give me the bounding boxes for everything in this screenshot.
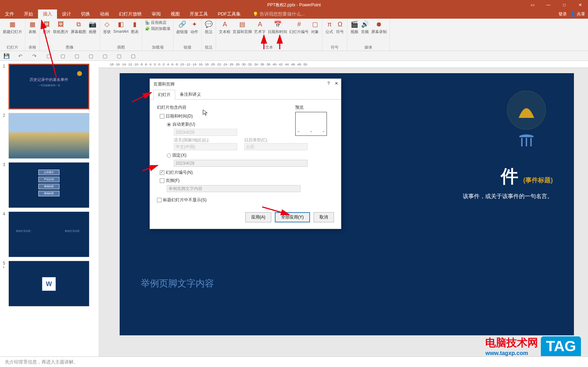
dialog-tab-slide[interactable]: 幻灯片 (153, 90, 175, 100)
object-button[interactable]: ▢对象 (311, 20, 319, 34)
textbox-button[interactable]: A文本框 (219, 20, 230, 34)
close-icon[interactable]: ✕ (572, 0, 588, 10)
ribbon-group-symbols: π公式 Ω符号 符号 (322, 19, 347, 51)
qat-icon-4[interactable]: ▢ (45, 52, 52, 59)
auto-update-radio[interactable]: 自动更新(U) (167, 122, 195, 127)
thumb-num-2: 2 (3, 113, 7, 118)
preview-dots: ┅┅┅ (298, 130, 324, 133)
thumb-row-3[interactable]: 3 公司简介 产品介绍 举例内容 举例内容 (3, 162, 96, 208)
minimize-icon[interactable]: — (540, 0, 556, 10)
tab-file[interactable]: 文件 (0, 10, 19, 19)
auto-update-label: 自动更新(U) (172, 122, 195, 127)
picture-button[interactable]: 🖼图片 (43, 20, 51, 34)
tab-pdf[interactable]: PDF工具集 (213, 10, 246, 19)
thumb-row-1[interactable]: 1 历史记录中的著名事件 一句话能够说明一切 (3, 64, 96, 109)
tab-home[interactable]: 开始 (19, 10, 38, 19)
save-icon[interactable]: 💾 (3, 52, 10, 59)
screenshot-button[interactable]: ⧉屏幕截图 (71, 20, 86, 34)
menu-right: 登录 👤 共享 (558, 11, 585, 19)
appstore-button[interactable]: 🏪 应用商店 (145, 20, 166, 25)
smartart-button[interactable]: ◧SmartArt (113, 20, 128, 33)
ribbon-options-icon[interactable]: ▭ (525, 0, 540, 10)
slidenum-icon: # (295, 20, 303, 29)
thumb-row-2[interactable]: 2 (3, 113, 96, 159)
maximize-icon[interactable]: □ (556, 0, 572, 10)
new-slide-button[interactable]: ▦新建幻灯片 (3, 20, 22, 34)
header-footer-button[interactable]: ▤页眉和页脚 (233, 20, 252, 34)
dialog-tab-notes[interactable]: 备注和讲义 (175, 89, 206, 99)
tab-view[interactable]: 视图 (166, 10, 185, 19)
table-icon: ▦ (28, 20, 37, 29)
login-button[interactable]: 登录 (558, 11, 567, 17)
apply-button[interactable]: 应用(A) (245, 212, 271, 222)
tab-slideshow[interactable]: 幻灯片放映 (114, 10, 147, 19)
footer-checkbox[interactable]: 页脚(F) (160, 178, 179, 183)
qat-icon-10[interactable]: ▢ (129, 52, 137, 59)
symbol-button[interactable]: Ω符号 (336, 20, 344, 34)
thumb-row-5[interactable]: 5* W (3, 261, 96, 306)
album-button[interactable]: 📷相册 (88, 20, 97, 34)
hyperlink-button[interactable]: 🔗超链接 (176, 20, 188, 34)
thumb-2[interactable] (8, 113, 89, 159)
qat-icon-7[interactable]: ▢ (87, 52, 94, 59)
cursor-icon (202, 109, 208, 118)
fixed-radio[interactable]: 固定(X) (167, 153, 186, 158)
redo-icon[interactable]: ↷ (31, 52, 38, 59)
tab-insert[interactable]: 插入 (38, 10, 57, 19)
datetime-label: 日期和时间 (268, 29, 287, 34)
datetime-button[interactable]: 📅日期和时间 (268, 20, 287, 34)
appstore-label: 应用商店 (151, 20, 166, 25)
dialog-help-icon[interactable]: ? (327, 81, 330, 86)
tab-animation[interactable]: 动画 (95, 10, 114, 19)
screenshot-label: 屏幕截图 (71, 29, 86, 34)
qat-icon-8[interactable]: ▢ (101, 52, 108, 59)
datetime-checkbox[interactable]: 日期和时间(D) (160, 114, 193, 119)
apply-all-button[interactable]: 全部应用(Y) (275, 212, 310, 222)
online-picture-button[interactable]: 🖼联机图片 (53, 20, 69, 34)
thumb-5[interactable]: W (8, 261, 89, 306)
cancel-button[interactable]: 取消 (314, 212, 334, 222)
slide-number-checkbox[interactable]: 幻灯片编号(N) (160, 170, 193, 175)
audio-button[interactable]: 🔊音频 (361, 20, 369, 34)
qat-icon-6[interactable]: ▢ (73, 52, 80, 59)
dialog-close-icon[interactable]: ✕ (335, 81, 338, 86)
slide-title: 件 (事件标题) (501, 165, 553, 188)
new-slide-icon: ▦ (8, 20, 17, 29)
comment-button[interactable]: 💬批注 (204, 20, 213, 34)
shapes-button[interactable]: ◇形状 (103, 20, 111, 34)
cal-select: 公历 (244, 143, 308, 150)
notes-area[interactable]: 先介绍背景信息，再进入主题讲解。 (0, 356, 588, 367)
action-button[interactable]: ✦动作 (190, 20, 198, 34)
thumb-row-4[interactable]: 4 举例文字内容。 举例文字内容。 (3, 211, 96, 257)
equation-button[interactable]: π公式 (325, 20, 334, 34)
wordart-label: 艺术字 (254, 29, 266, 34)
table-button[interactable]: ▦表格 (28, 20, 37, 34)
lightbulb-icon: 💡 (253, 12, 258, 17)
screenrec-button[interactable]: ⏺屏幕录制 (371, 20, 387, 34)
share-button[interactable]: 👤 共享 (570, 11, 585, 17)
qat-icon-9[interactable]: ▢ (115, 52, 122, 59)
slide-subtitle-label: (事件标题) (523, 177, 553, 184)
qat-icon-5[interactable]: ▢ (59, 52, 66, 59)
slidenum-button[interactable]: #幻灯片编号 (289, 20, 309, 34)
video-button[interactable]: 🎬视频 (350, 20, 359, 34)
tab-developer[interactable]: 开发工具 (185, 10, 213, 19)
hide-title-checkbox[interactable]: 标题幻灯片中不显示(S) (157, 197, 207, 202)
thumb-4[interactable]: 举例文字内容。 举例文字内容。 (8, 211, 89, 257)
thumb-1[interactable]: 历史记录中的著名事件 一句话能够说明一切 (8, 64, 89, 109)
tab-design[interactable]: 设计 (57, 10, 76, 19)
dialog-buttons: 应用(A) 全部应用(Y) 取消 (150, 208, 341, 229)
tab-transition[interactable]: 切换 (76, 10, 95, 19)
picture-icon: 🖼 (43, 20, 51, 29)
album-label: 相册 (89, 29, 96, 34)
myaddins-button[interactable]: 🧩 我的加载项 (145, 26, 170, 31)
thumb-3[interactable]: 公司简介 产品介绍 举例内容 举例内容 (8, 162, 89, 208)
wordart-button[interactable]: A艺术字 (254, 20, 266, 34)
slide-panel[interactable]: 1 历史记录中的著名事件 一句话能够说明一切 2 3 公司简介 产品介绍 举例内… (0, 61, 99, 356)
tab-review[interactable]: 审阅 (147, 10, 166, 19)
undo-icon[interactable]: ↶ (17, 52, 24, 59)
watermark: 电脑技术网 www.tagxp.com TAG (485, 336, 581, 356)
tell-me[interactable]: 💡 告诉我您想要做什么... (253, 11, 305, 19)
chart-button[interactable]: ▮图表 (131, 20, 139, 34)
shapes-label: 形状 (103, 29, 111, 34)
